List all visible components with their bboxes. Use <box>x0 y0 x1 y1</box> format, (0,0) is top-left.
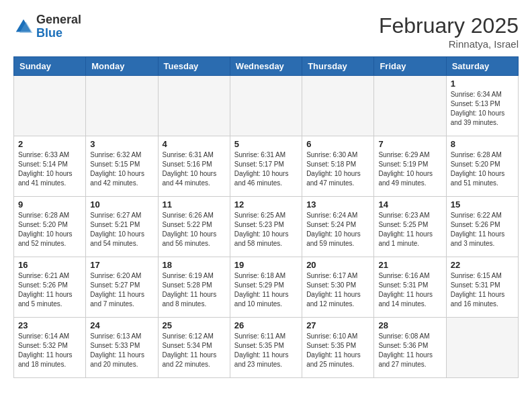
calendar-week-row: 23Sunrise: 6:14 AMSunset: 5:32 PMDayligh… <box>14 318 519 378</box>
day-number: 1 <box>451 79 514 89</box>
day-info: Sunrise: 6:22 AMSunset: 5:26 PMDaylight:… <box>451 211 514 248</box>
day-number: 21 <box>378 260 441 270</box>
day-number: 18 <box>163 260 226 270</box>
calendar-day-cell <box>86 76 158 136</box>
day-number: 2 <box>18 139 81 149</box>
calendar-day-cell: 25Sunrise: 6:12 AMSunset: 5:34 PMDayligh… <box>158 318 230 378</box>
calendar-day-cell: 16Sunrise: 6:21 AMSunset: 5:26 PMDayligh… <box>14 257 86 318</box>
calendar-day-cell: 9Sunrise: 6:28 AMSunset: 5:20 PMDaylight… <box>14 197 86 257</box>
calendar-table: SundayMondayTuesdayWednesdayThursdayFrid… <box>13 56 519 378</box>
day-info: Sunrise: 6:12 AMSunset: 5:34 PMDaylight:… <box>163 332 226 369</box>
day-number: 20 <box>306 260 369 270</box>
calendar-day-cell: 20Sunrise: 6:17 AMSunset: 5:30 PMDayligh… <box>302 257 374 318</box>
calendar-day-cell: 17Sunrise: 6:20 AMSunset: 5:27 PMDayligh… <box>86 257 158 318</box>
day-info: Sunrise: 6:28 AMSunset: 5:20 PMDaylight:… <box>18 211 81 248</box>
location: Rinnatya, Israel <box>379 38 519 50</box>
calendar-day-cell: 11Sunrise: 6:26 AMSunset: 5:22 PMDayligh… <box>158 197 230 257</box>
day-number: 8 <box>451 139 514 149</box>
day-info: Sunrise: 6:23 AMSunset: 5:25 PMDaylight:… <box>378 211 441 248</box>
day-number: 28 <box>378 320 441 330</box>
day-info: Sunrise: 6:14 AMSunset: 5:32 PMDaylight:… <box>18 332 81 369</box>
day-number: 14 <box>378 199 441 210</box>
day-info: Sunrise: 6:31 AMSunset: 5:17 PMDaylight:… <box>234 150 298 188</box>
calendar-day-cell <box>14 76 86 136</box>
weekday-header: Saturday <box>446 57 518 76</box>
day-number: 7 <box>378 139 441 149</box>
calendar-day-cell: 12Sunrise: 6:25 AMSunset: 5:23 PMDayligh… <box>230 197 302 257</box>
day-info: Sunrise: 6:31 AMSunset: 5:16 PMDaylight:… <box>163 150 226 188</box>
day-number: 9 <box>18 199 81 210</box>
weekday-header: Wednesday <box>230 57 302 76</box>
day-number: 22 <box>451 260 514 270</box>
logo-general-text: General <box>36 13 81 27</box>
calendar-day-cell: 27Sunrise: 6:10 AMSunset: 5:35 PMDayligh… <box>302 318 374 378</box>
day-number: 15 <box>451 199 514 210</box>
day-info: Sunrise: 6:13 AMSunset: 5:33 PMDaylight:… <box>90 332 153 369</box>
day-number: 27 <box>306 320 369 330</box>
day-info: Sunrise: 6:16 AMSunset: 5:31 PMDaylight:… <box>378 271 441 309</box>
day-info: Sunrise: 6:27 AMSunset: 5:21 PMDaylight:… <box>90 211 153 248</box>
logo: General Blue <box>13 13 81 40</box>
day-info: Sunrise: 6:10 AMSunset: 5:35 PMDaylight:… <box>306 332 369 369</box>
calendar-day-cell: 24Sunrise: 6:13 AMSunset: 5:33 PMDayligh… <box>86 318 158 378</box>
calendar-day-cell: 19Sunrise: 6:18 AMSunset: 5:29 PMDayligh… <box>230 257 302 318</box>
day-info: Sunrise: 6:30 AMSunset: 5:18 PMDaylight:… <box>306 150 369 188</box>
calendar-day-cell: 6Sunrise: 6:30 AMSunset: 5:18 PMDaylight… <box>302 136 374 197</box>
day-number: 12 <box>234 199 298 210</box>
calendar-week-row: 1Sunrise: 6:34 AMSunset: 5:13 PMDaylight… <box>14 76 519 136</box>
month-title: February 2025 <box>379 13 519 38</box>
day-info: Sunrise: 6:26 AMSunset: 5:22 PMDaylight:… <box>163 211 226 248</box>
calendar-day-cell: 2Sunrise: 6:33 AMSunset: 5:14 PMDaylight… <box>14 136 86 197</box>
weekday-header: Sunday <box>14 57 86 76</box>
day-number: 11 <box>163 199 226 210</box>
day-info: Sunrise: 6:28 AMSunset: 5:20 PMDaylight:… <box>451 150 514 188</box>
day-info: Sunrise: 6:08 AMSunset: 5:36 PMDaylight:… <box>378 332 441 369</box>
day-info: Sunrise: 6:24 AMSunset: 5:24 PMDaylight:… <box>306 211 369 248</box>
calendar-day-cell: 14Sunrise: 6:23 AMSunset: 5:25 PMDayligh… <box>374 197 446 257</box>
day-info: Sunrise: 6:25 AMSunset: 5:23 PMDaylight:… <box>234 211 298 248</box>
day-info: Sunrise: 6:34 AMSunset: 5:13 PMDaylight:… <box>451 90 514 128</box>
day-number: 6 <box>306 139 369 149</box>
day-info: Sunrise: 6:29 AMSunset: 5:19 PMDaylight:… <box>378 150 441 188</box>
day-info: Sunrise: 6:17 AMSunset: 5:30 PMDaylight:… <box>306 271 369 309</box>
day-number: 25 <box>163 320 226 330</box>
day-info: Sunrise: 6:21 AMSunset: 5:26 PMDaylight:… <box>18 271 81 309</box>
day-number: 17 <box>90 260 153 270</box>
day-info: Sunrise: 6:11 AMSunset: 5:35 PMDaylight:… <box>234 332 298 369</box>
calendar-day-cell: 18Sunrise: 6:19 AMSunset: 5:28 PMDayligh… <box>158 257 230 318</box>
calendar-day-cell: 22Sunrise: 6:15 AMSunset: 5:31 PMDayligh… <box>446 257 518 318</box>
logo-icon <box>13 17 34 37</box>
calendar-day-cell: 5Sunrise: 6:31 AMSunset: 5:17 PMDaylight… <box>230 136 302 197</box>
day-number: 24 <box>90 320 153 330</box>
day-info: Sunrise: 6:20 AMSunset: 5:27 PMDaylight:… <box>90 271 153 309</box>
day-number: 4 <box>163 139 226 149</box>
calendar-day-cell <box>230 76 302 136</box>
calendar-day-cell: 1Sunrise: 6:34 AMSunset: 5:13 PMDaylight… <box>446 76 518 136</box>
day-info: Sunrise: 6:18 AMSunset: 5:29 PMDaylight:… <box>234 271 298 309</box>
calendar-day-cell <box>446 318 518 378</box>
day-info: Sunrise: 6:32 AMSunset: 5:15 PMDaylight:… <box>90 150 153 188</box>
calendar-day-cell: 26Sunrise: 6:11 AMSunset: 5:35 PMDayligh… <box>230 318 302 378</box>
weekday-header: Monday <box>86 57 158 76</box>
weekday-header: Tuesday <box>158 57 230 76</box>
day-number: 5 <box>234 139 298 149</box>
calendar-day-cell <box>302 76 374 136</box>
calendar-day-cell: 28Sunrise: 6:08 AMSunset: 5:36 PMDayligh… <box>374 318 446 378</box>
day-number: 3 <box>90 139 153 149</box>
weekday-header: Thursday <box>302 57 374 76</box>
logo-blue-text: Blue <box>36 27 81 40</box>
day-number: 23 <box>18 320 81 330</box>
calendar-day-cell: 4Sunrise: 6:31 AMSunset: 5:16 PMDaylight… <box>158 136 230 197</box>
calendar-day-cell <box>158 76 230 136</box>
day-number: 26 <box>234 320 298 330</box>
day-number: 16 <box>18 260 81 270</box>
day-number: 13 <box>306 199 369 210</box>
calendar-day-cell: 13Sunrise: 6:24 AMSunset: 5:24 PMDayligh… <box>302 197 374 257</box>
weekday-header: Friday <box>374 57 446 76</box>
day-info: Sunrise: 6:33 AMSunset: 5:14 PMDaylight:… <box>18 150 81 188</box>
page-header: General Blue February 2025 Rinnatya, Isr… <box>13 13 519 50</box>
weekday-header-row: SundayMondayTuesdayWednesdayThursdayFrid… <box>14 57 519 76</box>
calendar-day-cell: 7Sunrise: 6:29 AMSunset: 5:19 PMDaylight… <box>374 136 446 197</box>
calendar-day-cell: 21Sunrise: 6:16 AMSunset: 5:31 PMDayligh… <box>374 257 446 318</box>
day-number: 19 <box>234 260 298 270</box>
